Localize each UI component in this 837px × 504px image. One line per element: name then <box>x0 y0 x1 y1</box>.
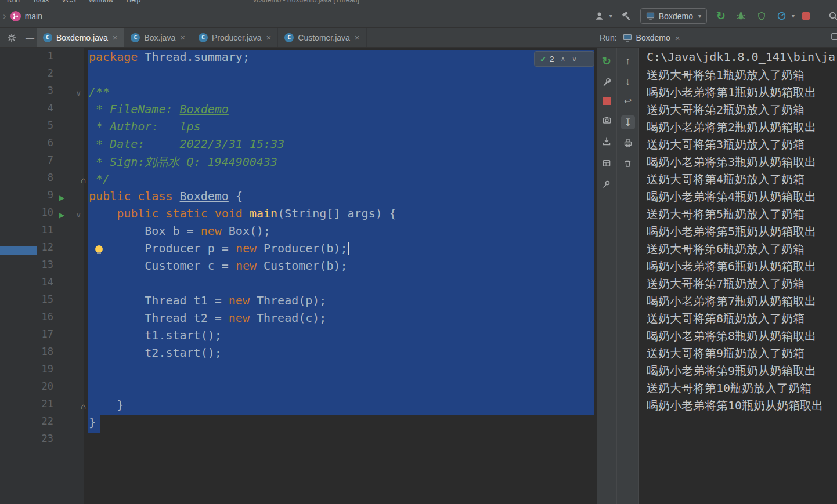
collaborators-dropdown-icon[interactable]: ▾ <box>609 13 612 19</box>
code-line[interactable]: 7 * Sign:刘品水 Q: 1944900433 <box>0 154 597 172</box>
build-hammer-icon[interactable] <box>620 10 633 23</box>
camera-icon[interactable] <box>600 114 613 126</box>
line-number[interactable]: 10 <box>0 206 53 224</box>
code-line[interactable]: 3∨/** <box>0 85 597 102</box>
line-number[interactable]: 22 <box>0 415 53 433</box>
line-number[interactable]: 2 <box>0 67 53 85</box>
line-number[interactable]: 3 <box>0 85 53 102</box>
line-number[interactable]: 7 <box>0 154 53 172</box>
stop-process-icon[interactable] <box>603 97 611 105</box>
run-line-icon[interactable]: ▶ <box>59 206 64 224</box>
soft-wrap-icon[interactable]: ↩ <box>622 95 634 108</box>
restore-layout-icon[interactable] <box>600 157 613 169</box>
menu-item[interactable]: Tools <box>33 0 49 4</box>
line-number[interactable]: 5 <box>0 119 53 137</box>
down-stack-trace-icon[interactable]: ↓ <box>622 75 634 88</box>
line-number[interactable]: 21 <box>0 398 53 415</box>
line-number[interactable]: 9 <box>0 189 53 206</box>
run-button[interactable]: ↻ <box>715 10 727 23</box>
close-tab-icon[interactable]: × <box>180 32 185 42</box>
code-line[interactable]: 16 Thread t2 = new Thread(c); <box>0 311 597 328</box>
line-number[interactable]: 8 <box>0 172 53 189</box>
code-editor[interactable]: 1package Thread.summary;23∨/**4 * FileNa… <box>0 48 597 504</box>
rerun-icon[interactable]: ↻ <box>600 55 613 67</box>
dump-threads-icon[interactable] <box>600 135 613 148</box>
prev-problem-icon[interactable]: ∧ <box>561 55 566 63</box>
profiler-dropdown-icon[interactable]: ▾ <box>792 13 795 19</box>
code-line[interactable]: 6 * Date: 2022/3/31 15:33 <box>0 137 597 154</box>
line-number[interactable]: 1 <box>0 50 53 67</box>
code-line[interactable]: 20 <box>0 380 597 398</box>
up-stack-trace-icon[interactable]: ↑ <box>622 55 634 67</box>
debug-button[interactable] <box>735 10 748 23</box>
code-line[interactable]: 15 Thread t1 = new Thread(p); <box>0 293 597 311</box>
code-line[interactable]: 21⌂ } <box>0 398 597 415</box>
code-line[interactable]: 17 t1.start(); <box>0 328 597 346</box>
fold-end-icon[interactable]: ⌂ <box>81 172 86 189</box>
git-branch-name[interactable]: main <box>25 12 42 21</box>
profiler-button[interactable] <box>775 10 788 23</box>
line-number[interactable]: 23 <box>0 433 53 450</box>
code-line[interactable]: 2 <box>0 67 597 85</box>
line-number[interactable]: 4 <box>0 102 53 119</box>
collaborators-icon[interactable] <box>593 10 606 23</box>
panel-options-icon[interactable] <box>831 32 837 43</box>
fold-icon[interactable]: ∨ <box>75 206 81 224</box>
wrench-icon[interactable] <box>600 76 613 89</box>
next-problem-icon[interactable]: ∨ <box>572 55 577 63</box>
menu-item[interactable]: Help <box>126 0 140 4</box>
code-line[interactable]: 10▶∨ public static void main(String[] ar… <box>0 206 597 224</box>
line-number[interactable]: 11 <box>0 224 53 241</box>
editor-tab[interactable]: CBox.java× <box>124 28 192 47</box>
code-line[interactable]: 22} <box>0 415 597 433</box>
close-tab-icon[interactable]: × <box>266 32 272 42</box>
close-tab-icon[interactable]: × <box>355 32 360 42</box>
search-everywhere-icon[interactable] <box>827 10 837 23</box>
coverage-button[interactable] <box>755 10 768 23</box>
pin-icon[interactable] <box>600 178 613 191</box>
code-line[interactable]: 9▶public class Boxdemo { <box>0 189 597 206</box>
menu-item[interactable]: Run <box>7 0 20 4</box>
code-line[interactable]: 11 Box b = new Box(); <box>0 224 597 241</box>
code-line[interactable]: 12 Producer p = new Producer(b); <box>0 241 597 259</box>
line-number[interactable]: 6 <box>0 137 53 154</box>
run-console[interactable]: C:\Java\jdk1.8.0_141\bin\ja送奶大哥将第1瓶奶放入了奶… <box>638 48 837 504</box>
menu-item[interactable]: Window <box>89 0 114 4</box>
line-number[interactable]: 20 <box>0 380 53 398</box>
line-number[interactable]: 15 <box>0 293 53 311</box>
editor-tab[interactable]: CProducer.java× <box>192 28 278 47</box>
code-line[interactable]: 13 Customer c = new Customer(b); <box>0 259 597 276</box>
code-line[interactable]: 4 * FileName: Boxdemo <box>0 102 597 119</box>
editor-tab[interactable]: CBoxdemo.java× <box>37 28 124 47</box>
line-number[interactable]: 16 <box>0 311 53 328</box>
editor-tab[interactable]: CCustomer.java× <box>278 28 366 47</box>
run-configuration-dropdown-icon[interactable]: ▾ <box>698 13 701 19</box>
code-line[interactable]: 19 <box>0 363 597 380</box>
run-line-icon[interactable]: ▶ <box>59 189 64 206</box>
inspection-widget[interactable]: ✓ 2 ∧ ∨ <box>534 51 594 67</box>
line-number[interactable]: 19 <box>0 363 53 380</box>
code-line[interactable]: 18 t2.start(); <box>0 346 597 363</box>
fold-icon[interactable]: ∨ <box>75 85 81 102</box>
code-line[interactable]: 14 <box>0 276 597 293</box>
code-line[interactable]: 23 <box>0 433 597 450</box>
fold-end-icon[interactable]: ⌂ <box>81 398 86 415</box>
run-tab[interactable]: Boxdemo × <box>623 33 680 43</box>
line-number[interactable]: 18 <box>0 346 53 363</box>
git-branch-icon[interactable] <box>10 11 21 21</box>
menu-item[interactable]: VCS <box>62 0 76 4</box>
run-configuration-select[interactable]: Boxdemo ▾ <box>640 8 707 24</box>
line-number[interactable]: 14 <box>0 276 53 293</box>
line-number[interactable]: 13 <box>0 259 53 276</box>
settings-gear-icon[interactable] <box>5 31 18 44</box>
code-line[interactable]: 5 * Author: lps <box>0 119 597 137</box>
close-run-tab-icon[interactable]: × <box>675 33 680 43</box>
print-icon[interactable] <box>622 137 634 150</box>
close-tab-icon[interactable]: × <box>113 32 118 42</box>
scroll-to-end-toggle[interactable]: ↧ <box>621 115 635 129</box>
clear-console-icon[interactable] <box>622 157 634 170</box>
code-line[interactable]: 8⌂ */ <box>0 172 597 189</box>
line-number[interactable]: 12 <box>0 241 53 259</box>
stop-button[interactable] <box>802 12 810 20</box>
code-line[interactable]: 1package Thread.summary; <box>0 50 597 67</box>
